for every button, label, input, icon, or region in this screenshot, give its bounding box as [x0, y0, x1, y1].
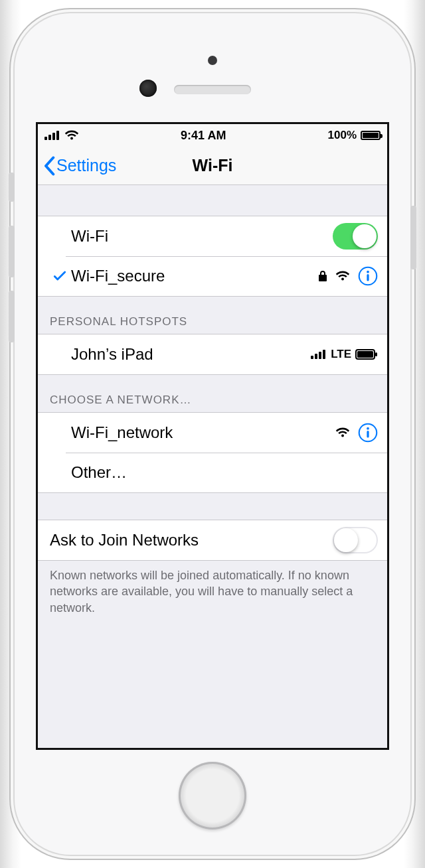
hotspot-row[interactable]: John’s iPad LTE [38, 334, 387, 374]
volume-down-button[interactable] [9, 291, 15, 342]
status-time: 9:41 AM [79, 129, 328, 143]
hotspot-name: John’s iPad [70, 345, 311, 364]
wifi-signal-icon [335, 427, 350, 438]
front-camera [139, 80, 157, 97]
svg-rect-3 [56, 131, 59, 140]
hotspot-tech: LTE [331, 348, 351, 361]
wifi-main-group: Wi-Fi Wi-Fi_secure [38, 216, 387, 297]
lock-icon [318, 270, 327, 282]
proximity-sensor [208, 56, 217, 65]
choose-network-group: Wi-Fi_network Other… [38, 412, 387, 493]
cellular-signal-icon [44, 131, 60, 140]
checkmark-icon [52, 269, 67, 283]
wifi-icon [64, 130, 79, 141]
svg-rect-7 [311, 356, 313, 359]
back-label: Settings [56, 156, 116, 175]
svg-rect-8 [315, 354, 317, 359]
svg-rect-12 [357, 351, 373, 358]
power-button[interactable] [410, 206, 416, 269]
svg-rect-0 [44, 137, 47, 140]
svg-rect-1 [48, 135, 51, 140]
hotspots-group: John’s iPad LTE [38, 334, 387, 375]
svg-rect-2 [52, 133, 55, 140]
section-header-choose: Choose a Network… [38, 375, 387, 412]
connected-network-row[interactable]: Wi-Fi_secure [38, 256, 387, 296]
svg-point-5 [367, 271, 369, 273]
back-button[interactable]: Settings [43, 156, 116, 176]
phone-chassis: 9:41 AM 100% Settings Wi-Fi Wi-Fi [15, 13, 410, 855]
home-button[interactable] [179, 762, 246, 830]
hotspot-battery-icon [355, 349, 378, 360]
battery-icon [361, 131, 381, 140]
wifi-toggle-row: Wi-Fi [38, 216, 387, 256]
ask-to-join-switch[interactable] [333, 527, 378, 553]
volume-up-button[interactable] [9, 226, 15, 277]
svg-rect-6 [367, 274, 369, 281]
nav-bar: Settings Wi-Fi [38, 147, 387, 185]
info-icon[interactable] [358, 423, 378, 443]
connected-network-name: Wi-Fi_secure [70, 267, 318, 285]
svg-rect-9 [319, 352, 321, 359]
battery-percent: 100% [328, 129, 357, 142]
network-name: Wi-Fi_network [70, 423, 335, 442]
ask-to-join-row: Ask to Join Networks [38, 520, 387, 560]
svg-rect-10 [323, 350, 325, 359]
mute-switch[interactable] [9, 173, 15, 202]
screen: 9:41 AM 100% Settings Wi-Fi Wi-Fi [36, 122, 389, 750]
other-network-row[interactable]: Other… [38, 453, 387, 492]
wifi-signal-icon [335, 271, 350, 281]
svg-rect-16 [367, 431, 369, 437]
ask-to-join-group: Ask to Join Networks [38, 520, 387, 561]
chevron-left-icon [43, 156, 55, 176]
cellular-signal-icon [311, 350, 327, 359]
ask-to-join-label: Ask to Join Networks [50, 531, 333, 549]
status-bar: 9:41 AM 100% [38, 124, 387, 147]
ask-to-join-footer: Known networks will be joined automatica… [38, 561, 387, 616]
svg-point-15 [367, 427, 369, 430]
section-header-hotspots: Personal Hotspots [38, 297, 387, 334]
info-icon[interactable] [358, 266, 378, 286]
earpiece-speaker [174, 85, 251, 94]
other-network-label: Other… [70, 463, 378, 482]
wifi-toggle-switch[interactable] [333, 223, 378, 250]
wifi-toggle-label: Wi-Fi [70, 227, 333, 246]
network-row[interactable]: Wi-Fi_network [38, 413, 387, 453]
svg-rect-13 [375, 352, 377, 356]
